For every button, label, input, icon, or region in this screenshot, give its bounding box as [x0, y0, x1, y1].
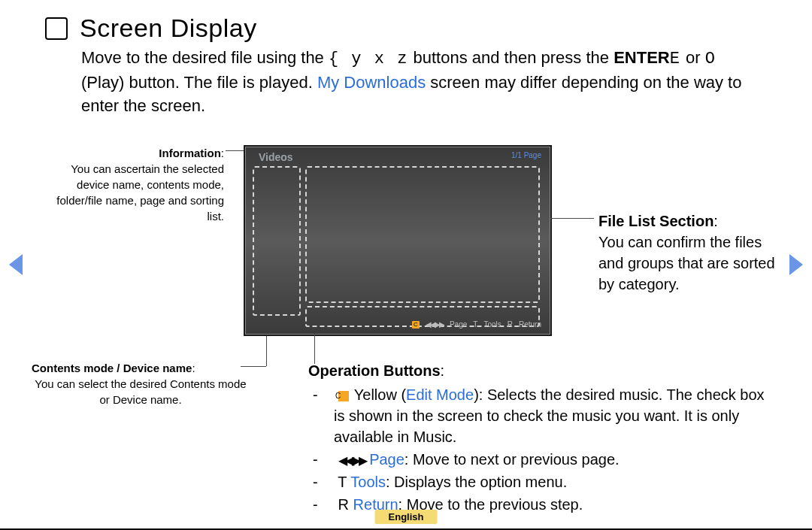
mock-footer-return: Return [519, 320, 541, 329]
c-button-icon: C [412, 321, 420, 329]
mock-info-region [253, 166, 301, 316]
intro-paragraph: Move to the desired file using the { y x… [81, 47, 743, 117]
information-heading: Information [159, 147, 221, 159]
page-title: Screen Display [80, 14, 257, 43]
information-body: You can ascertain the selected device na… [56, 162, 224, 223]
op-tools-name: Tools [350, 474, 386, 490]
mock-footer-page: Page [450, 320, 467, 329]
callout-line [314, 334, 315, 364]
mock-footer-tools: Tools [483, 320, 501, 329]
mock-page-indicator: 1/1 Page [511, 151, 541, 159]
op-item-yellow: - C Yellow (Edit Mode): Selects the desi… [323, 384, 774, 447]
operation-heading: Operation Buttons [308, 362, 441, 379]
op-return-key: R [338, 496, 349, 513]
page-title-row: Screen Display [45, 14, 257, 43]
play-glyph: O [705, 50, 717, 68]
mock-title: Videos [259, 151, 293, 163]
intro-text-1: Move to the desired file using the [81, 48, 329, 67]
language-pill: English [375, 510, 438, 524]
direction-buttons-glyphs: { y x z [329, 50, 408, 68]
enter-label: ENTER [614, 48, 670, 67]
contents-mode-heading: Contents mode / Device name [32, 360, 192, 376]
enter-glyph: E [670, 50, 681, 68]
information-callout: Information: You can ascertain the selec… [51, 145, 224, 224]
op-tools-key: T [338, 474, 347, 490]
contents-mode-body: You can select the desired Contents mode… [35, 377, 246, 406]
op-page-name: Page [369, 451, 404, 468]
yellow-button-icon: C [338, 391, 349, 401]
or-text: or [686, 48, 705, 67]
file-list-body: You can confirm the files and groups tha… [598, 234, 775, 292]
next-page-arrow[interactable] [789, 254, 803, 275]
op-page-post: : Move to next or previous page. [404, 451, 620, 468]
mock-filelist-region [305, 166, 540, 303]
callout-line [266, 334, 267, 366]
op-item-page: - ◀◀▶▶ Page: Move to next or previous pa… [323, 449, 774, 470]
intro-text-3: (Play) button. The file is played. [81, 73, 317, 92]
callout-line [241, 366, 266, 367]
file-list-callout: File List Section: You can confirm the f… [598, 210, 779, 295]
edit-mode-link: Edit Mode [406, 386, 474, 403]
my-downloads-link: My Downloads [317, 73, 426, 92]
page-nav-icon: ◀◀▶▶ [338, 454, 365, 467]
page-nav-icon: ◀◀▶▶ [426, 320, 444, 329]
operation-buttons-callout: Operation Buttons: - C Yellow (Edit Mode… [308, 360, 774, 516]
section-icon [45, 17, 68, 40]
intro-text-2: buttons and then press the [414, 48, 614, 67]
op-tools-post: : Displays the option menu. [386, 474, 567, 490]
prev-page-arrow[interactable] [9, 254, 23, 275]
mock-footer-return-key: R [508, 320, 513, 329]
op-yellow-label: Yellow ( [354, 386, 406, 403]
contents-mode-callout: Contents mode / Device name: You can sel… [32, 360, 250, 407]
callout-line [550, 218, 594, 219]
mock-footer: C ◀◀▶▶ Page T Tools R Return [412, 320, 541, 329]
file-list-heading: File List Section [598, 213, 714, 229]
screen-mock: Videos 1/1 Page C ◀◀▶▶ Page T Tools R Re… [244, 145, 552, 336]
mock-footer-tools-key: T [473, 320, 477, 329]
op-item-tools: - T Tools: Displays the option menu. [323, 471, 774, 492]
